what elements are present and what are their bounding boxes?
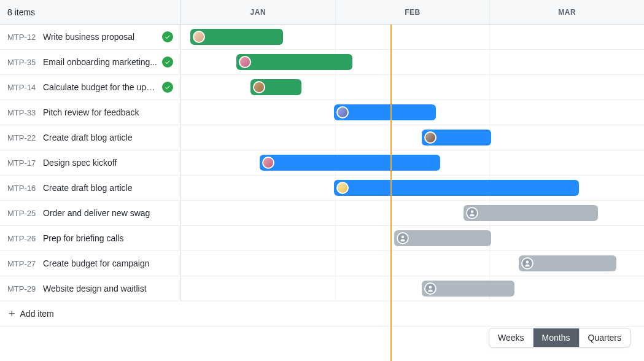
month-header: JAN	[181, 0, 336, 24]
assignee-avatar	[193, 31, 205, 43]
zoom-option-months[interactable]: Months	[533, 328, 580, 347]
issue-title: Calculate budget for the upc...	[43, 82, 157, 92]
month-header: FEB	[336, 0, 491, 24]
done-check-icon	[162, 56, 173, 68]
assignee-avatar	[239, 56, 251, 68]
task-row-timeline	[181, 201, 644, 225]
task-row-timeline	[181, 25, 644, 49]
task-row-timeline	[181, 125, 644, 150]
task-bar[interactable]	[236, 54, 352, 70]
done-check-icon	[162, 31, 173, 42]
assignee-avatar	[336, 182, 349, 194]
task-row-left[interactable]: MTP-35Email onboarding marketing...	[0, 50, 181, 74]
task-row-left[interactable]: MTP-22Create draft blog article	[0, 125, 181, 150]
issue-title: Create draft blog article	[43, 183, 173, 193]
task-row-left[interactable]: MTP-33Pitch review for feedback	[0, 100, 181, 125]
issue-title: Create draft blog article	[43, 133, 173, 142]
roadmap-view: 8 items JANFEBMAR MTP-12Write business p…	[0, 0, 644, 361]
item-count-label: 8 items	[7, 7, 35, 17]
add-item-button[interactable]: + Add item	[0, 301, 644, 327]
assignee-avatar	[253, 81, 265, 93]
task-row-timeline	[181, 100, 644, 125]
task-bar[interactable]	[190, 29, 283, 45]
task-row-timeline	[181, 150, 644, 175]
issue-code: MTP-17	[7, 158, 38, 168]
issue-code: MTP-33	[7, 108, 38, 117]
task-bar[interactable]	[250, 79, 301, 95]
task-bar[interactable]	[394, 230, 491, 246]
issue-title: Prep for briefing calls	[43, 233, 173, 243]
assignee-avatar	[336, 106, 349, 118]
task-row: MTP-22Create draft blog article	[0, 125, 644, 150]
item-count: 8 items	[0, 0, 181, 24]
timeline-body: MTP-12Write business proposalMTP-35Email…	[0, 25, 644, 361]
issue-code: MTP-29	[7, 284, 38, 293]
task-row: MTP-27Create budget for campaign	[0, 251, 644, 276]
person-icon	[521, 257, 533, 270]
issue-title: Design spec kickoff	[43, 158, 173, 168]
task-row: MTP-33Pitch review for feedback	[0, 100, 644, 125]
month-header: MAR	[490, 0, 644, 24]
task-row: MTP-12Write business proposal	[0, 25, 644, 50]
zoom-option-quarters[interactable]: Quarters	[580, 328, 630, 347]
task-row-timeline	[181, 75, 644, 99]
issue-title: Create budget for campaign	[43, 258, 173, 268]
issue-code: MTP-35	[7, 58, 38, 67]
task-row: MTP-29Website design and waitlist	[0, 276, 644, 301]
issue-code: MTP-27	[7, 259, 38, 268]
task-row-left[interactable]: MTP-29Website design and waitlist	[0, 276, 181, 301]
task-row-left[interactable]: MTP-12Write business proposal	[0, 25, 181, 49]
task-bar[interactable]	[334, 104, 436, 120]
task-row-timeline	[181, 226, 644, 250]
issue-code: MTP-26	[7, 234, 38, 243]
task-bar[interactable]	[422, 130, 491, 146]
add-item-label: Add item	[20, 309, 54, 319]
task-row: MTP-16Create draft blog article	[0, 176, 644, 201]
issue-code: MTP-16	[7, 184, 38, 193]
task-row-left[interactable]: MTP-25Order and deliver new swag	[0, 201, 181, 225]
done-check-icon	[162, 82, 173, 93]
task-bar[interactable]	[464, 205, 598, 221]
issue-title: Website design and waitlist	[43, 284, 173, 293]
task-bar[interactable]	[422, 281, 514, 297]
task-row: MTP-35Email onboarding marketing...	[0, 50, 644, 75]
issue-title: Email onboarding marketing...	[43, 57, 157, 67]
task-row: MTP-14Calculate budget for the upc...	[0, 75, 644, 100]
plus-icon: +	[9, 308, 15, 319]
task-rows: MTP-12Write business proposalMTP-35Email…	[0, 25, 644, 301]
task-bar[interactable]	[334, 180, 580, 196]
issue-code: MTP-12	[7, 33, 38, 42]
issue-code: MTP-14	[7, 83, 38, 92]
task-row-timeline	[181, 251, 644, 276]
task-row-timeline	[181, 50, 644, 74]
issue-code: MTP-22	[7, 133, 38, 142]
assignee-avatar	[424, 131, 436, 144]
zoom-toggle: WeeksMonthsQuarters	[489, 328, 630, 347]
person-icon	[466, 207, 478, 219]
task-row-timeline	[181, 276, 644, 301]
person-icon	[397, 232, 409, 244]
timeline-header: 8 items JANFEBMAR	[0, 0, 644, 25]
task-row: MTP-17Design spec kickoff	[0, 150, 644, 176]
person-icon	[424, 282, 436, 295]
task-row-left[interactable]: MTP-17Design spec kickoff	[0, 150, 181, 175]
issue-title: Order and deliver new swag	[43, 208, 173, 218]
task-row-left[interactable]: MTP-14Calculate budget for the upc...	[0, 75, 181, 99]
assignee-avatar	[262, 157, 274, 169]
task-row-left[interactable]: MTP-26Prep for briefing calls	[0, 226, 181, 250]
task-row: MTP-25Order and deliver new swag	[0, 201, 644, 226]
zoom-option-weeks[interactable]: Weeks	[489, 328, 533, 347]
month-headers: JANFEBMAR	[181, 0, 644, 24]
issue-title: Pitch review for feedback	[43, 107, 173, 117]
task-row-left[interactable]: MTP-27Create budget for campaign	[0, 251, 181, 276]
task-row: MTP-26Prep for briefing calls	[0, 226, 644, 251]
issue-title: Write business proposal	[43, 32, 157, 42]
task-row-left[interactable]: MTP-16Create draft blog article	[0, 176, 181, 200]
task-bar[interactable]	[260, 155, 440, 171]
task-row-timeline	[181, 176, 644, 200]
task-bar[interactable]	[519, 255, 616, 271]
issue-code: MTP-25	[7, 209, 38, 218]
